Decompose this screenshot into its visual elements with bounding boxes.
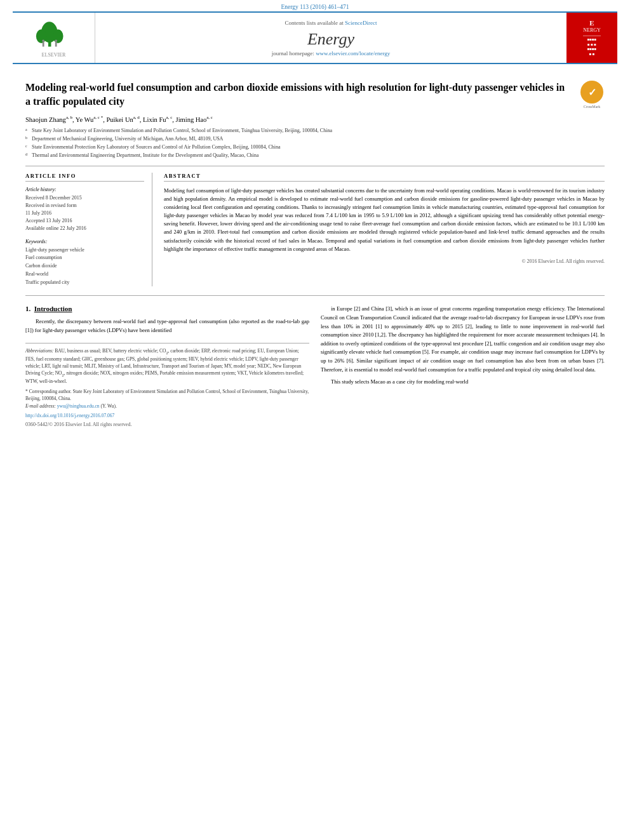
main-content: Modeling real-world fuel consumption and… (0, 64, 630, 441)
svg-point-5 (42, 40, 44, 43)
svg-point-3 (53, 29, 63, 43)
svg-rect-4 (42, 42, 44, 46)
keywords-label: Keywords: (25, 239, 144, 244)
kw-co2: Carbon dioxide (25, 262, 144, 270)
abstract-column: ABSTRACT Modeling fuel consumption of li… (164, 173, 605, 287)
intro-left-body: Recently, the discrepancy between real-w… (25, 317, 309, 335)
kw-fuel: Fuel consumption (25, 254, 144, 262)
article-title: Modeling real-world fuel consumption and… (25, 81, 572, 108)
history-received: Received 8 December 2015 (25, 194, 144, 202)
keywords-section: Keywords: Light-duty passenger vehicle F… (25, 239, 144, 287)
svg-rect-6 (55, 42, 57, 46)
introduction-section: 1. Introduction Recently, the discrepanc… (25, 305, 605, 428)
affil-b: b Department of Mechanical Engineering, … (25, 135, 605, 143)
journal-title: Energy (307, 30, 354, 49)
author-shaojun-sup: a, b (66, 115, 72, 120)
author-ye: Ye Wu (76, 116, 93, 123)
homepage-link[interactable]: www.elsevier.com/locate/energy (316, 50, 390, 57)
affil-c: c State Environmental Protection Key Lab… (25, 143, 605, 151)
article-title-section: Modeling real-world fuel consumption and… (25, 81, 605, 109)
elsevier-logo-box: ELSEVIER (13, 13, 95, 63)
intro-right-body: in Europe [2] and China [3], which is an… (321, 305, 605, 386)
journal-center: Contents lists available at ScienceDirec… (95, 13, 566, 63)
footnote-area: Abbreviations: BAU, business as usual; B… (25, 343, 309, 429)
intro-right-para2: This study selects Macao as a case city … (321, 378, 605, 387)
doi-link[interactable]: http://dx.doi.org/10.1016/j.energy.2016.… (25, 413, 114, 418)
email-link[interactable]: ywu@tsinghua.edu.cn (57, 403, 100, 409)
article-info-abstract-section: ARTICLE INFO Article history: Received 8… (25, 166, 605, 287)
intro-right-column: in Europe [2] and China [3], which is an… (321, 305, 605, 428)
article-info-column: ARTICLE INFO Article history: Received 8… (25, 173, 152, 287)
crossmark-badge: ✓ CrossMark (579, 81, 605, 109)
author-lixin: Lixin Fu (143, 116, 166, 123)
article-info-heading: ARTICLE INFO (25, 173, 144, 182)
abstract-heading: ABSTRACT (164, 173, 605, 182)
sciencedirect-text: Contents lists available at (285, 20, 344, 26)
journal-reference: Energy 113 (2016) 461–471 (0, 0, 630, 11)
article-history: Article history: Received 8 December 201… (25, 187, 144, 232)
doi-line: http://dx.doi.org/10.1016/j.energy.2016.… (25, 412, 309, 420)
journal-homepage-line: journal homepage: www.elsevier.com/locat… (272, 50, 391, 57)
kw-ldpv: Light-duty passenger vehicle (25, 246, 144, 255)
sciencedirect-line: Contents lists available at ScienceDirec… (285, 20, 377, 26)
energy-badge: E NERGY ■■■■■ ■ ■■■■■■ ■ (583, 18, 601, 57)
elsevier-label: ELSEVIER (42, 52, 66, 58)
author-shaojun: Shaojun Zhang (25, 116, 66, 123)
elsevier-tree-icon (29, 18, 79, 50)
history-accepted: Accepted 13 July 2016 (25, 217, 144, 225)
journal-ref-text: Energy 113 (2016) 461–471 (281, 4, 349, 10)
copyright-line: © 2016 Elsevier Ltd. All rights reserved… (164, 258, 605, 264)
affil-a: a State Key Joint Laboratory of Environm… (25, 127, 605, 135)
author-puikei: Puikei Un (106, 116, 133, 123)
crossmark-label: CrossMark (584, 105, 601, 109)
history-revised-label: Received in revised form (25, 202, 144, 210)
intro-left-column: 1. Introduction Recently, the discrepanc… (25, 305, 309, 428)
intro-heading: 1. Introduction (25, 305, 309, 312)
crossmark-icon: ✓ (580, 81, 603, 103)
intro-left-para1: Recently, the discrepancy between real-w… (25, 317, 309, 335)
affiliations: a State Key Joint Laboratory of Environm… (25, 127, 605, 159)
abstract-text: Modeling fuel consumption of light-duty … (164, 187, 605, 253)
abbreviations-label: Abbreviations: (25, 348, 53, 354)
svg-point-7 (55, 40, 57, 43)
history-online: Available online 22 July 2016 (25, 225, 144, 232)
history-revised-date: 11 July 2016 (25, 210, 144, 217)
section-number: 1. (25, 305, 30, 312)
intro-right-para1: in Europe [2] and China [3], which is an… (321, 305, 605, 374)
author-jiming: Jiming Hao (176, 116, 207, 123)
energy-badge-box: E NERGY ■■■■■ ■ ■■■■■■ ■ (566, 13, 617, 63)
journal-header: ELSEVIER Contents lists available at Sci… (13, 11, 617, 64)
sciencedirect-link[interactable]: ScienceDirect (345, 20, 377, 26)
section-divider (25, 295, 605, 296)
kw-realworld: Real-world (25, 270, 144, 279)
email-footnote: E-mail address: ywu@tsinghua.edu.cn (Y. … (25, 403, 309, 410)
email-label: E-mail address: (25, 403, 56, 409)
affil-d: d Thermal and Environmental Engineering … (25, 152, 605, 159)
homepage-label: journal homepage: (272, 50, 314, 57)
history-label: Article history: (25, 187, 144, 192)
kw-traffic: Traffic populated city (25, 279, 144, 287)
abbreviations-footnote: Abbreviations: BAU, business as usual; B… (25, 347, 309, 385)
svg-point-2 (36, 29, 46, 43)
corresponding-author-footnote: * Corresponding author. State Key Joint … (25, 388, 309, 403)
authors-line: Shaojun Zhanga, b, Ye Wua, c *, Puikei U… (25, 115, 605, 123)
issn-line: 0360-5442/© 2016 Elsevier Ltd. All right… (25, 421, 309, 429)
